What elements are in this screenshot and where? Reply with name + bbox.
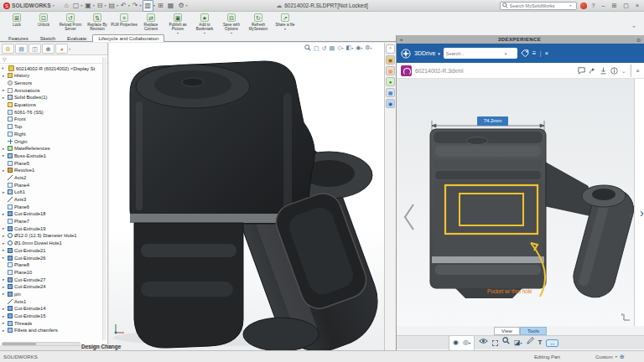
next-chevron[interactable]: ›	[640, 206, 644, 219]
panel-close-icon[interactable]: ×	[545, 49, 549, 57]
select-area-icon[interactable]	[492, 340, 498, 346]
config-selector[interactable]: Custom ▾ ⊕	[595, 354, 625, 360]
tree-item-cut-extrude27[interactable]: ▸Cut-Extrude27	[0, 276, 107, 283]
search-box[interactable]: ▾	[500, 2, 577, 10]
more-tabs-icon[interactable]: ›	[69, 46, 70, 51]
tree-item-axis3[interactable]: Axis3	[0, 196, 107, 204]
ribbon-button-share-a-file[interactable]: ↗Share a file▾	[272, 13, 299, 34]
tree-item-pin[interactable]: ▸pin	[0, 291, 107, 298]
tree-item-matereferences[interactable]: ▸MateReferences	[0, 145, 107, 153]
dropdown-icon[interactable]: ▾	[186, 3, 188, 8]
download-icon[interactable]	[600, 67, 607, 75]
tree-item-loft1[interactable]: ▸Loft1	[0, 189, 107, 196]
panel-tab-view[interactable]: View	[494, 327, 520, 335]
dropdown-icon[interactable]: ▾	[80, 3, 82, 8]
attach-icon[interactable]: ⊞	[156, 1, 165, 11]
doc-close-icon[interactable]: ×	[636, 67, 640, 75]
display-style-icon[interactable]: ◧▾	[346, 44, 354, 52]
tree-item-12-0-12-5-diameter-hole1[interactable]: ▸Ø12.0 (12.5) Diameter Hole1	[0, 232, 107, 240]
section-tool-icon[interactable]: ◪▾	[514, 337, 522, 349]
section-view-icon[interactable]: ▤	[330, 44, 335, 52]
search-input[interactable]	[510, 3, 569, 8]
panel-options-icon[interactable]: ⊙	[636, 37, 641, 43]
design-library-icon[interactable]: ▣	[386, 55, 395, 65]
tree-item-revolve1[interactable]: ▸Revolve1	[0, 167, 107, 174]
previous-view-chevron[interactable]	[405, 204, 413, 230]
draw-pencil-icon[interactable]	[527, 337, 534, 349]
ribbon-button-replace-by-revision[interactable]: ⇅Replace By Revision	[84, 13, 111, 34]
featuremanager-tab-icon[interactable]: ⚙	[2, 44, 14, 54]
info-icon[interactable]	[610, 67, 618, 75]
propertymanager-tab-icon[interactable]: ▤	[15, 44, 28, 54]
tree-item-plane4[interactable]: Plane4	[0, 181, 107, 189]
app-selector[interactable]: 3DDrive ▾	[414, 50, 440, 56]
hide-show-icon[interactable]: ◉▾	[356, 44, 362, 52]
search-scope-dropdown-icon[interactable]: ▾	[570, 3, 572, 8]
view-settings-icon[interactable]: ⚙▾	[365, 44, 371, 52]
tree-item-top[interactable]: Top	[0, 123, 107, 131]
tree-item-plane8[interactable]: Plane8	[0, 261, 107, 269]
solidworks-resources-icon[interactable]	[580, 3, 587, 9]
restore-button[interactable]: ⊞	[610, 3, 618, 9]
tree-item-1-0mm-dowel-hole1[interactable]: ▸Ø1.0mm Dowel Hole1	[0, 240, 107, 247]
panel-menu-icon[interactable]: ≡	[532, 49, 537, 57]
tree-item-6061-t6-ss[interactable]: 6061-T6 (SS)	[0, 108, 107, 116]
tree-filter[interactable]: ▽	[0, 55, 107, 64]
expand-icon[interactable]: ▾	[2, 66, 7, 70]
dropdown-icon[interactable]: ▾	[153, 3, 155, 8]
ribbon-button-replace-content[interactable]: ⇄Replace Content	[138, 13, 164, 34]
select-icon[interactable]: ▥	[143, 0, 154, 12]
tree-item-axis2[interactable]: Axis2	[0, 174, 107, 182]
tree-item-cut-extrude15[interactable]: ▸Cut-Extrude15	[0, 313, 107, 320]
tab-features[interactable]: Features	[3, 34, 34, 42]
zoom-area-icon[interactable]: ▢	[314, 44, 319, 52]
tree-item-equations[interactable]: Equations	[0, 101, 107, 109]
displaymanager-tab-icon[interactable]: ◕	[55, 44, 68, 54]
tree-item-origin[interactable]: Origin	[0, 137, 107, 145]
previous-view-icon[interactable]: ↺	[322, 44, 327, 52]
tree-item-cut-extrude26[interactable]: ▸Cut-Extrude26	[0, 254, 107, 261]
panel-tab-tools[interactable]: Tools	[520, 327, 547, 335]
tree-item-cut-extrude21[interactable]: ▸Cut-Extrude21	[0, 247, 107, 255]
configurationmanager-tab-icon[interactable]: ◫	[29, 44, 41, 54]
3dexperience-marketplace-icon[interactable]: ◍	[386, 66, 395, 75]
ribbon-button-publish-as-picture[interactable]: ▣Publish as Picture▾	[164, 13, 191, 34]
ribbon-button-lock[interactable]: ⊠Lock	[3, 13, 30, 34]
sheet-icon[interactable]: ▦	[166, 1, 176, 11]
view-palette-icon[interactable]: ▦	[386, 88, 395, 97]
graphics-area[interactable]	[109, 43, 384, 350]
tree-root[interactable]: ▾ 60214002-R (60214002) <Display St	[0, 64, 107, 72]
comment-icon[interactable]	[578, 67, 585, 75]
tree-item-solid-bodies-1[interactable]: ▸Solid Bodies(1)	[0, 94, 107, 101]
tree-item-right[interactable]: Right	[0, 131, 107, 138]
dropdown-icon[interactable]: ▾	[140, 3, 142, 8]
file-explorer-icon[interactable]: ●	[386, 77, 395, 86]
logo-dropdown-icon[interactable]: ▾	[53, 3, 55, 8]
tree-item-cut-extrude18[interactable]: ▸Cut-Extrude18	[0, 210, 107, 218]
pan-comment-icon[interactable]: ◎▾	[463, 337, 470, 349]
tree-item-history[interactable]: ▸History	[0, 72, 107, 80]
tree-item-annotations[interactable]: ▸Annotations	[0, 86, 107, 94]
panel-search-box[interactable]: ▾	[444, 48, 517, 59]
save-icon[interactable]: ⊟	[96, 1, 105, 11]
tree-item-plane10[interactable]: Plane10	[0, 269, 107, 277]
view-orientation-icon[interactable]: ◇▾	[337, 44, 343, 52]
tree-item-threads[interactable]: ▸Threads	[0, 319, 107, 327]
zoom-fit-icon[interactable]	[304, 44, 311, 51]
ribbon-button-refresh-mysession[interactable]: ↻Refresh MySession	[245, 13, 272, 34]
tree-item-axis1[interactable]: Axis1	[0, 297, 107, 305]
panel-collapse-icon[interactable]: ⌃	[631, 25, 636, 32]
measure-tool-icon[interactable]: ↔	[546, 339, 558, 347]
panel-search-dropdown-icon[interactable]: ▾	[505, 51, 507, 56]
tree-item-fillets-and-chamfers[interactable]: ▸Fillets and chamfers	[0, 327, 107, 334]
close-button[interactable]: ×	[634, 3, 641, 8]
tab-sketch[interactable]: Sketch	[34, 34, 61, 42]
share-icon[interactable]	[589, 67, 596, 75]
tree-item-sensors[interactable]: Sensors	[0, 80, 107, 87]
text-tool-icon[interactable]: T	[538, 337, 543, 349]
tree-item-cut-extrude24[interactable]: ▸Cut-Extrude24	[0, 283, 107, 291]
new-document-icon[interactable]: ▢	[71, 1, 81, 11]
dropdown-icon[interactable]: ▾	[272, 27, 299, 31]
solidworks-forum-icon[interactable]: ◉	[386, 99, 395, 108]
redo-icon[interactable]: ↷	[131, 1, 140, 11]
